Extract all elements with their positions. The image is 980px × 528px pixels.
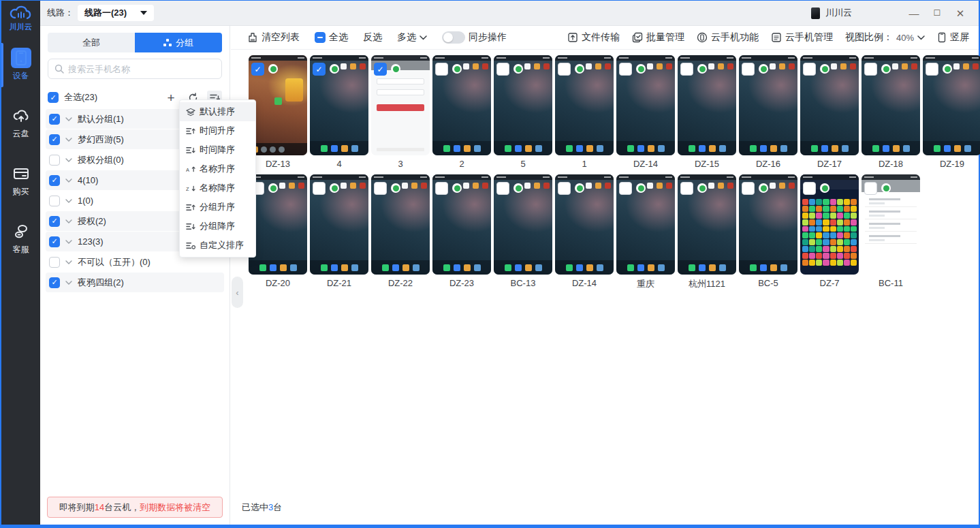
device-checkbox[interactable] bbox=[496, 63, 509, 76]
search-box[interactable] bbox=[48, 59, 222, 79]
chevron-down-icon[interactable] bbox=[65, 281, 72, 285]
device-thumbnail[interactable] bbox=[432, 55, 491, 155]
device-thumbnail[interactable] bbox=[616, 174, 675, 275]
view-ratio-dropdown[interactable]: 视图比例： 40% bbox=[845, 31, 925, 44]
device-card[interactable]: 1 bbox=[555, 55, 614, 171]
add-group-button[interactable]: + bbox=[163, 91, 178, 104]
sort-menu-item[interactable]: A名称升序 bbox=[180, 159, 255, 178]
device-card[interactable]: DZ-23 bbox=[432, 174, 491, 290]
device-thumbnail[interactable] bbox=[555, 174, 614, 275]
device-checkbox[interactable] bbox=[926, 63, 938, 76]
select-all-checkbox[interactable]: ✓ bbox=[48, 92, 59, 103]
device-checkbox[interactable] bbox=[680, 182, 693, 195]
invert-select-button[interactable]: 反选 bbox=[363, 31, 382, 44]
device-checkbox[interactable] bbox=[803, 182, 816, 195]
chevron-down-icon[interactable] bbox=[65, 138, 72, 142]
device-thumbnail[interactable] bbox=[923, 55, 980, 155]
device-checkbox[interactable] bbox=[558, 182, 571, 195]
sidebar-item-cloud-disk[interactable]: 云盘 bbox=[1, 99, 40, 146]
sidebar-item-support[interactable]: 客服 bbox=[1, 215, 40, 262]
device-card[interactable]: DZ-20 bbox=[249, 174, 307, 290]
device-thumbnail[interactable] bbox=[739, 174, 797, 275]
sidebar-item-device[interactable]: 设备 bbox=[1, 42, 40, 89]
device-thumbnail[interactable]: ✓ bbox=[249, 55, 307, 155]
group-checkbox[interactable] bbox=[49, 155, 60, 166]
chevron-down-icon[interactable] bbox=[65, 260, 72, 264]
device-checkbox[interactable] bbox=[680, 63, 693, 76]
sync-ops-toggle[interactable] bbox=[442, 31, 465, 44]
sort-menu-item[interactable]: 时间升序 bbox=[180, 121, 255, 140]
device-thumbnail[interactable]: ✓ bbox=[310, 55, 368, 155]
chevron-down-icon[interactable] bbox=[65, 219, 72, 223]
select-all-indeterminate-checkbox[interactable] bbox=[315, 32, 326, 43]
group-row[interactable]: ✓夜鸦四组(2) bbox=[46, 273, 224, 292]
device-checkbox[interactable] bbox=[803, 63, 816, 76]
device-thumbnail[interactable] bbox=[310, 174, 368, 275]
device-thumbnail[interactable] bbox=[678, 55, 736, 155]
device-thumbnail[interactable] bbox=[432, 174, 491, 275]
group-checkbox[interactable]: ✓ bbox=[49, 114, 60, 125]
sort-menu-item[interactable]: 自定义排序 bbox=[180, 236, 255, 255]
device-card[interactable]: DZ-22 bbox=[371, 174, 430, 290]
tab-all[interactable]: 全部 bbox=[48, 33, 135, 52]
device-thumbnail[interactable] bbox=[494, 174, 552, 275]
device-checkbox[interactable] bbox=[742, 182, 755, 195]
device-card[interactable]: BC-13 bbox=[494, 174, 552, 290]
tab-group[interactable]: 分组 bbox=[135, 33, 222, 52]
device-thumbnail[interactable] bbox=[862, 55, 920, 155]
device-card[interactable]: DZ-14 bbox=[616, 55, 675, 171]
device-checkbox[interactable] bbox=[558, 63, 571, 76]
group-checkbox[interactable]: ✓ bbox=[49, 175, 60, 186]
device-card[interactable]: 2 bbox=[432, 55, 491, 171]
sort-menu-item[interactable]: 分组升序 bbox=[180, 198, 255, 217]
device-thumbnail[interactable] bbox=[371, 174, 430, 275]
device-card[interactable]: DZ-14 bbox=[555, 174, 614, 290]
chevron-down-icon[interactable] bbox=[65, 117, 72, 121]
sort-menu-item[interactable]: 时间降序 bbox=[180, 140, 255, 159]
device-thumbnail[interactable] bbox=[494, 55, 552, 155]
group-checkbox[interactable]: ✓ bbox=[49, 216, 60, 227]
cloud-features-button[interactable]: 云手机功能 bbox=[697, 31, 759, 44]
device-checkbox[interactable]: ✓ bbox=[313, 63, 326, 76]
device-card[interactable]: DZ-7 bbox=[800, 174, 859, 290]
group-checkbox[interactable] bbox=[49, 196, 60, 206]
device-thumbnail[interactable] bbox=[862, 174, 920, 275]
close-button[interactable]: ✕ bbox=[949, 1, 972, 26]
device-card[interactable]: DZ-21 bbox=[310, 174, 368, 290]
device-checkbox[interactable] bbox=[374, 182, 387, 195]
sort-menu-item[interactable]: Z名称降序 bbox=[180, 178, 255, 198]
device-card[interactable]: 5 bbox=[494, 55, 552, 171]
device-checkbox[interactable] bbox=[619, 63, 632, 76]
chevron-down-icon[interactable] bbox=[65, 158, 72, 162]
multi-select-button[interactable]: 多选 bbox=[397, 31, 427, 44]
device-checkbox[interactable] bbox=[313, 182, 326, 195]
device-checkbox[interactable] bbox=[496, 182, 509, 195]
device-card[interactable]: BC-5 bbox=[739, 174, 797, 290]
device-checkbox[interactable]: ✓ bbox=[374, 63, 387, 76]
device-card[interactable]: ✓4 bbox=[310, 55, 368, 171]
device-thumbnail[interactable] bbox=[555, 55, 614, 155]
device-card[interactable]: DZ-15 bbox=[678, 55, 736, 171]
device-thumbnail[interactable] bbox=[739, 55, 797, 155]
device-thumbnail[interactable] bbox=[249, 174, 307, 275]
device-card[interactable]: 重庆 bbox=[616, 174, 675, 290]
group-checkbox[interactable]: ✓ bbox=[49, 134, 60, 145]
sort-menu-item[interactable]: 分组降序 bbox=[180, 217, 255, 236]
device-thumbnail[interactable] bbox=[616, 55, 675, 155]
select-all-toolbar-button[interactable]: 全选 bbox=[315, 31, 348, 44]
line-select-dropdown[interactable]: 线路一(23) bbox=[78, 5, 154, 21]
device-checkbox[interactable] bbox=[435, 182, 448, 195]
device-checkbox[interactable] bbox=[742, 63, 755, 76]
clear-list-button[interactable]: 清空列表 bbox=[247, 31, 300, 44]
device-card[interactable]: BC-11 bbox=[862, 174, 920, 290]
collapse-panel-button[interactable]: ‹ bbox=[232, 277, 243, 308]
device-thumbnail[interactable] bbox=[800, 55, 859, 155]
device-checkbox[interactable] bbox=[864, 182, 877, 195]
group-checkbox[interactable] bbox=[49, 257, 60, 268]
chevron-down-icon[interactable] bbox=[65, 240, 72, 244]
cloud-manage-button[interactable]: 云手机管理 bbox=[771, 31, 833, 44]
search-input[interactable] bbox=[68, 64, 215, 74]
device-checkbox[interactable] bbox=[619, 182, 632, 195]
device-checkbox[interactable] bbox=[864, 63, 877, 76]
device-card[interactable]: DZ-19 bbox=[923, 55, 980, 171]
